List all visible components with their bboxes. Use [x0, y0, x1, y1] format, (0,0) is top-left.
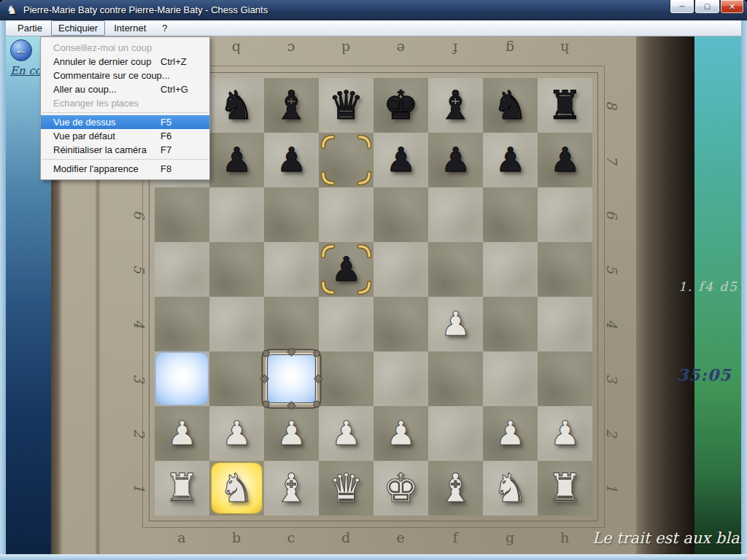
square-e1[interactable]: ♚ — [374, 461, 428, 516]
piece-white-pawn-d2[interactable]: ♟ — [319, 406, 374, 461]
piece-black-bishop-c8[interactable]: ♝ — [264, 78, 319, 133]
square-e5[interactable] — [374, 242, 428, 297]
piece-black-pawn-c7[interactable]: ♟ — [264, 133, 319, 187]
menubar-item-echiquier[interactable]: Echiquier — [51, 20, 105, 36]
square-b6[interactable] — [209, 187, 264, 242]
square-g7[interactable]: ♟ — [483, 133, 538, 187]
menu-item-commentaire-sur-ce-coup-[interactable]: Commentaire sur ce coup... — [41, 69, 209, 82]
square-d8[interactable]: ♛ — [319, 78, 374, 133]
square-c2[interactable]: ♟ — [264, 406, 319, 461]
square-b3[interactable] — [209, 351, 264, 406]
square-c1[interactable]: ♝ — [264, 461, 319, 516]
square-e8[interactable]: ♚ — [374, 78, 428, 133]
square-d2[interactable]: ♟ — [319, 406, 374, 461]
square-d5[interactable]: ♟ — [319, 242, 374, 297]
square-a6[interactable] — [155, 187, 209, 242]
piece-black-bishop-f8[interactable]: ♝ — [428, 78, 483, 133]
square-h1[interactable]: ♜ — [538, 461, 592, 516]
square-g8[interactable]: ♞ — [483, 78, 538, 133]
menu-item-echanger-les-places[interactable]: Echanger les places — [41, 96, 209, 110]
piece-white-pawn-f4[interactable]: ♟ — [428, 297, 483, 351]
square-h6[interactable] — [538, 187, 592, 242]
square-d7[interactable] — [319, 133, 374, 187]
close-button[interactable]: ✕ — [720, 0, 744, 14]
piece-white-queen-d1[interactable]: ♛ — [319, 461, 374, 516]
menubar-item-internet[interactable]: Internet — [107, 20, 153, 36]
title-bar[interactable]: ♞ Pierre-Marie Baty contre Pierre-Marie … — [0, 0, 747, 20]
square-e7[interactable]: ♟ — [374, 133, 428, 187]
square-d3[interactable] — [319, 351, 374, 406]
piece-black-rook-h8[interactable]: ♜ — [538, 78, 592, 133]
square-h7[interactable]: ♟ — [538, 133, 592, 187]
square-f4[interactable]: ♟ — [428, 297, 483, 351]
minimize-button[interactable]: ─ — [670, 0, 694, 14]
piece-white-king-e1[interactable]: ♚ — [374, 461, 428, 516]
square-b1[interactable]: ♞ — [209, 461, 264, 516]
square-e6[interactable] — [374, 187, 428, 242]
square-a4[interactable] — [155, 297, 209, 351]
menu-item-aller-au-coup-[interactable]: Aller au coup...Ctrl+G — [41, 82, 209, 96]
piece-white-rook-a1[interactable]: ♜ — [155, 461, 209, 516]
piece-white-pawn-g2[interactable]: ♟ — [483, 406, 538, 461]
piece-white-pawn-b2[interactable]: ♟ — [209, 406, 264, 461]
menu-item-vue-de-dessus[interactable]: Vue de dessusF5 — [41, 115, 209, 129]
piece-white-knight-g1[interactable]: ♞ — [483, 461, 538, 516]
square-g4[interactable] — [483, 297, 538, 351]
square-g1[interactable]: ♞ — [483, 461, 538, 516]
square-d6[interactable] — [319, 187, 374, 242]
square-d4[interactable] — [319, 297, 374, 351]
menu-item-conseillez-moi-un-coup[interactable]: Conseillez-moi un coup — [41, 41, 209, 55]
square-g2[interactable]: ♟ — [483, 406, 538, 461]
square-b7[interactable]: ♟ — [209, 133, 264, 187]
piece-black-pawn-f7[interactable]: ♟ — [428, 133, 483, 187]
square-b5[interactable] — [209, 242, 264, 297]
square-h8[interactable]: ♜ — [538, 78, 592, 133]
back-button[interactable]: ← — [10, 39, 32, 61]
square-e4[interactable] — [374, 297, 428, 351]
square-e3[interactable] — [374, 351, 428, 406]
square-b8[interactable]: ♞ — [209, 78, 264, 133]
piece-black-queen-d8[interactable]: ♛ — [319, 78, 374, 133]
square-h4[interactable] — [538, 297, 592, 351]
piece-black-knight-b8[interactable]: ♞ — [209, 78, 264, 133]
menu-item-annuler-le-dernier-coup[interactable]: Annuler le dernier coupCtrl+Z — [41, 55, 209, 69]
piece-black-pawn-g7[interactable]: ♟ — [483, 133, 538, 187]
square-h2[interactable]: ♟ — [538, 406, 592, 461]
maximize-button[interactable]: ▢ — [694, 0, 720, 14]
square-g3[interactable] — [483, 351, 538, 406]
square-g5[interactable] — [483, 242, 538, 297]
piece-black-pawn-h7[interactable]: ♟ — [538, 133, 592, 187]
square-h5[interactable] — [538, 242, 592, 297]
piece-black-king-e8[interactable]: ♚ — [374, 78, 428, 133]
square-a3[interactable] — [155, 351, 209, 406]
square-d1[interactable]: ♛ — [319, 461, 374, 516]
square-f1[interactable]: ♝ — [428, 461, 483, 516]
square-f7[interactable]: ♟ — [428, 133, 483, 187]
square-c4[interactable] — [264, 297, 319, 351]
piece-black-pawn-b7[interactable]: ♟ — [209, 133, 264, 187]
menu-item-modifier-l-apparence[interactable]: Modifier l'apparenceF8 — [41, 162, 209, 176]
square-f8[interactable]: ♝ — [428, 78, 483, 133]
piece-white-bishop-c1[interactable]: ♝ — [264, 461, 319, 516]
piece-white-pawn-h2[interactable]: ♟ — [538, 406, 592, 461]
square-c5[interactable] — [264, 242, 319, 297]
square-g6[interactable] — [483, 187, 538, 242]
square-f6[interactable] — [428, 187, 483, 242]
square-c8[interactable]: ♝ — [264, 78, 319, 133]
piece-white-pawn-e2[interactable]: ♟ — [374, 406, 428, 461]
square-a5[interactable] — [155, 242, 209, 297]
menu-item-vue-par-défaut[interactable]: Vue par défautF6 — [41, 129, 209, 143]
menubar-item-partie[interactable]: Partie — [10, 20, 50, 36]
square-c7[interactable]: ♟ — [264, 133, 319, 187]
square-a1[interactable]: ♜ — [155, 461, 209, 516]
square-f5[interactable] — [428, 242, 483, 297]
piece-white-rook-h1[interactable]: ♜ — [538, 461, 592, 516]
piece-white-pawn-a2[interactable]: ♟ — [155, 406, 209, 461]
menu-item-réinitialiser-la-caméra[interactable]: Réinitialiser la caméraF7 — [41, 143, 209, 157]
square-b2[interactable]: ♟ — [209, 406, 264, 461]
piece-white-pawn-c2[interactable]: ♟ — [264, 406, 319, 461]
square-e2[interactable]: ♟ — [374, 406, 428, 461]
square-c6[interactable] — [264, 187, 319, 242]
menubar-item-?[interactable]: ? — [155, 20, 174, 36]
square-a2[interactable]: ♟ — [155, 406, 209, 461]
